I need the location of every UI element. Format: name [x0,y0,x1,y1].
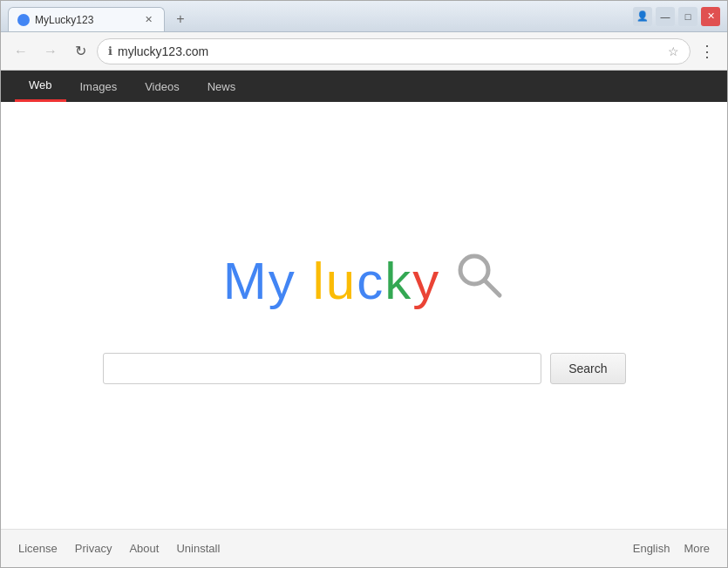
footer-uninstall-link[interactable]: Uninstall [176,542,220,555]
footer-more-link[interactable]: More [684,542,710,555]
minimize-icon: — [661,11,670,22]
se-nav-news[interactable]: News [194,71,250,102]
back-icon: ← [14,44,28,59]
logo-search-icon [454,250,505,311]
forward-button[interactable]: → [37,38,64,64]
page-content: My lucky Search License Privacy About Un… [1,102,727,567]
svg-line-1 [485,281,500,295]
secure-icon: ℹ [108,44,112,57]
se-nav-images[interactable]: Images [66,71,132,102]
maximize-button[interactable]: □ [678,7,697,26]
close-icon: ✕ [707,10,715,22]
forward-icon: → [44,44,58,59]
logo-letter-k: k [384,252,412,310]
logo-text: My lucky [223,251,440,311]
tab-title: MyLucky123 [35,14,138,26]
window-controls: 👤 — □ ✕ [633,7,720,26]
footer-language-link[interactable]: English [633,542,670,555]
se-nav-web[interactable]: Web [15,71,66,102]
maximize-icon: □ [685,11,691,22]
profile-icon: 👤 [636,10,649,22]
logo-letter-u: u [326,252,357,310]
search-input[interactable] [103,353,542,384]
tab-bar: MyLucky123 ✕ + [8,1,626,31]
footer-links: License Privacy About Uninstall [18,542,633,555]
browser-menu-button[interactable]: ⋮ [694,38,720,64]
footer-license-link[interactable]: License [18,542,58,555]
address-text: mylucky123.com [118,44,663,58]
back-button[interactable]: ← [8,38,34,64]
title-bar: MyLucky123 ✕ + 👤 — □ ✕ [1,1,727,32]
logo-letter-c: c [357,252,384,310]
footer-right: English More [633,542,710,555]
reload-button[interactable]: ↻ [67,38,93,64]
footer-privacy-link[interactable]: Privacy [75,542,112,555]
footer-about-link[interactable]: About [129,542,159,555]
profile-button[interactable]: 👤 [633,7,652,26]
close-button[interactable]: ✕ [701,7,720,26]
logo-letter-y2: y [412,252,440,310]
active-tab[interactable]: MyLucky123 ✕ [8,7,165,31]
logo-letter-M: M [223,252,269,310]
bookmark-star-icon[interactable]: ☆ [668,44,679,58]
address-bar[interactable]: ℹ mylucky123.com ☆ [97,38,691,64]
nav-bar: ← → ↻ ℹ mylucky123.com ☆ ⋮ [1,32,727,71]
search-button[interactable]: Search [550,353,625,384]
se-nav-videos[interactable]: Videos [131,71,194,102]
tab-close-button[interactable]: ✕ [141,13,155,27]
search-area: Search [103,353,626,384]
browser-window: MyLucky123 ✕ + 👤 — □ ✕ ← → [0,0,728,568]
menu-dots-icon: ⋮ [699,42,715,61]
page-footer: License Privacy About Uninstall English … [1,529,727,567]
logo-area: My lucky [223,250,505,311]
logo-letter-y: y [269,252,296,310]
logo-letter-l: l [312,252,325,310]
search-engine-nav: Web Images Videos News [1,71,727,102]
minimize-button[interactable]: — [656,7,675,26]
reload-icon: ↻ [75,43,86,59]
new-tab-button[interactable]: + [168,7,193,31]
tab-favicon [17,14,30,26]
